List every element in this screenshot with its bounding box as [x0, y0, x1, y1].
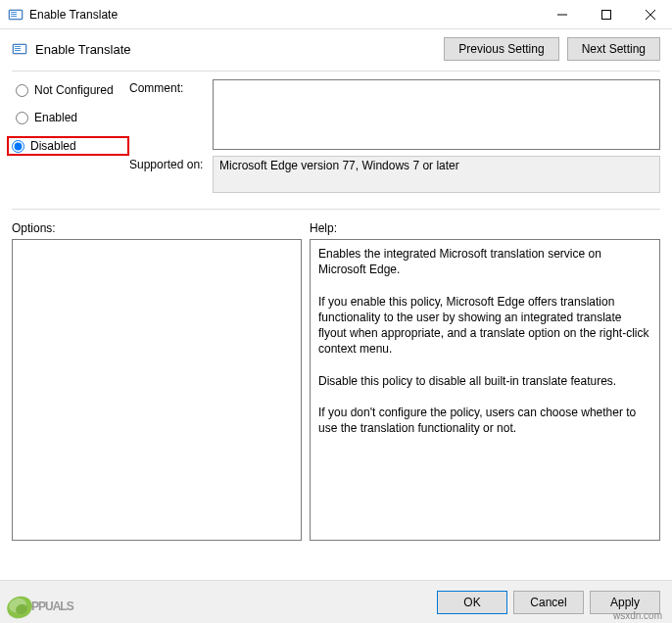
supported-on-value [213, 156, 660, 193]
svg-rect-13 [15, 50, 21, 51]
svg-rect-4 [11, 16, 17, 17]
svg-rect-6 [601, 10, 610, 19]
comment-input[interactable] [213, 79, 660, 150]
radio-enabled-label: Enabled [34, 111, 77, 124]
radio-not-configured-input[interactable] [16, 84, 28, 97]
svg-rect-2 [11, 12, 17, 13]
help-text: Enables the integrated Microsoft transla… [310, 239, 660, 541]
supported-on-label: Supported on: [129, 156, 213, 193]
svg-rect-11 [15, 46, 21, 47]
close-button[interactable] [628, 0, 672, 29]
state-radio-group: Not Configured Enabled Disabled [12, 79, 129, 199]
titlebar: Enable Translate [0, 0, 672, 29]
svg-rect-3 [11, 14, 17, 15]
radio-enabled[interactable]: Enabled [12, 109, 129, 126]
next-setting-button[interactable]: Next Setting [567, 37, 660, 61]
header-row: Enable Translate Previous Setting Next S… [12, 37, 660, 61]
options-box [12, 239, 302, 541]
site-watermark: wsxdn.com [613, 610, 662, 621]
separator [12, 71, 660, 72]
previous-setting-button[interactable]: Previous Setting [444, 37, 558, 61]
policy-icon [8, 7, 24, 23]
radio-disabled[interactable]: Disabled [7, 136, 129, 156]
help-label: Help: [310, 221, 660, 235]
cancel-button[interactable]: Cancel [513, 591, 584, 614]
comment-label: Comment: [129, 79, 213, 150]
radio-not-configured-label: Not Configured [34, 83, 114, 97]
minimize-button[interactable] [540, 0, 584, 29]
separator [12, 209, 660, 210]
page-title: Enable Translate [35, 42, 444, 57]
radio-not-configured[interactable]: Not Configured [12, 81, 129, 99]
bottom-bar: OK Cancel Apply [0, 580, 672, 623]
brand-text: PPUALS [31, 599, 73, 613]
options-label: Options: [12, 221, 302, 235]
radio-disabled-label: Disabled [30, 139, 76, 153]
policy-icon [12, 41, 27, 57]
window-title: Enable Translate [29, 8, 540, 22]
maximize-button[interactable] [584, 0, 628, 29]
svg-rect-12 [15, 48, 21, 49]
brand-watermark: PPUALS [4, 590, 73, 623]
ok-button[interactable]: OK [437, 591, 507, 614]
radio-enabled-input[interactable] [16, 112, 28, 124]
radio-disabled-input[interactable] [12, 140, 24, 153]
